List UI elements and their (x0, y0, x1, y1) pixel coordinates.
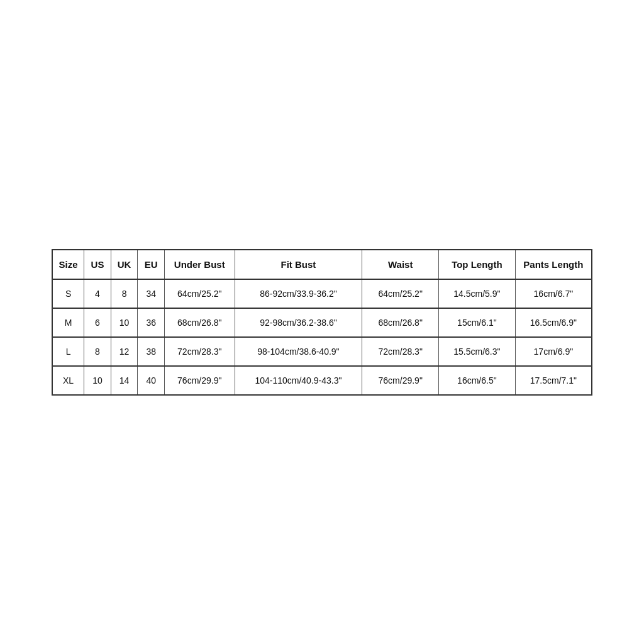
cell-top_length: 15cm/6.1" (439, 308, 516, 337)
cell-under_bust: 76cm/29.9" (164, 366, 235, 395)
size-chart-wrapper: Size US UK EU Under Bust Fit Bust Waist … (52, 249, 592, 396)
cell-fit_bust: 104-110cm/40.9-43.3" (235, 366, 362, 395)
table-row: L8123872cm/28.3"98-104cm/38.6-40.9"72cm/… (52, 337, 592, 366)
col-header-us: US (84, 250, 111, 279)
cell-fit_bust: 92-98cm/36.2-38.6" (235, 308, 362, 337)
cell-under_bust: 68cm/26.8" (164, 308, 235, 337)
cell-us: 6 (84, 308, 111, 337)
table-row: S483464cm/25.2"86-92cm/33.9-36.2"64cm/25… (52, 279, 592, 308)
table-header-row: Size US UK EU Under Bust Fit Bust Waist … (52, 250, 592, 279)
cell-waist: 68cm/26.8" (362, 308, 439, 337)
cell-us: 4 (84, 279, 111, 308)
size-chart-table: Size US UK EU Under Bust Fit Bust Waist … (52, 249, 592, 396)
cell-top_length: 14.5cm/5.9" (439, 279, 516, 308)
table-row: XL10144076cm/29.9"104-110cm/40.9-43.3"76… (52, 366, 592, 395)
col-header-under-bust: Under Bust (164, 250, 235, 279)
col-header-pants-length: Pants Length (515, 250, 592, 279)
cell-fit_bust: 86-92cm/33.9-36.2" (235, 279, 362, 308)
cell-pants_length: 17.5cm/7.1" (515, 366, 592, 395)
cell-pants_length: 17cm/6.9" (515, 337, 592, 366)
cell-uk: 10 (111, 308, 138, 337)
col-header-uk: UK (111, 250, 138, 279)
cell-fit_bust: 98-104cm/38.6-40.9" (235, 337, 362, 366)
table-row: M6103668cm/26.8"92-98cm/36.2-38.6"68cm/2… (52, 308, 592, 337)
cell-eu: 36 (138, 308, 165, 337)
cell-size: S (52, 279, 84, 308)
cell-pants_length: 16.5cm/6.9" (515, 308, 592, 337)
cell-size: XL (52, 366, 84, 395)
col-header-fit-bust: Fit Bust (235, 250, 362, 279)
cell-eu: 38 (138, 337, 165, 366)
cell-top_length: 16cm/6.5" (439, 366, 516, 395)
col-header-eu: EU (138, 250, 165, 279)
col-header-size: Size (52, 250, 84, 279)
cell-us: 8 (84, 337, 111, 366)
col-header-waist: Waist (362, 250, 439, 279)
cell-waist: 72cm/28.3" (362, 337, 439, 366)
col-header-top-length: Top Length (439, 250, 516, 279)
cell-uk: 8 (111, 279, 138, 308)
cell-waist: 64cm/25.2" (362, 279, 439, 308)
cell-under_bust: 64cm/25.2" (164, 279, 235, 308)
cell-size: L (52, 337, 84, 366)
cell-uk: 12 (111, 337, 138, 366)
cell-top_length: 15.5cm/6.3" (439, 337, 516, 366)
cell-pants_length: 16cm/6.7" (515, 279, 592, 308)
cell-eu: 34 (138, 279, 165, 308)
cell-size: M (52, 308, 84, 337)
cell-waist: 76cm/29.9" (362, 366, 439, 395)
cell-uk: 14 (111, 366, 138, 395)
cell-eu: 40 (138, 366, 165, 395)
cell-under_bust: 72cm/28.3" (164, 337, 235, 366)
cell-us: 10 (84, 366, 111, 395)
